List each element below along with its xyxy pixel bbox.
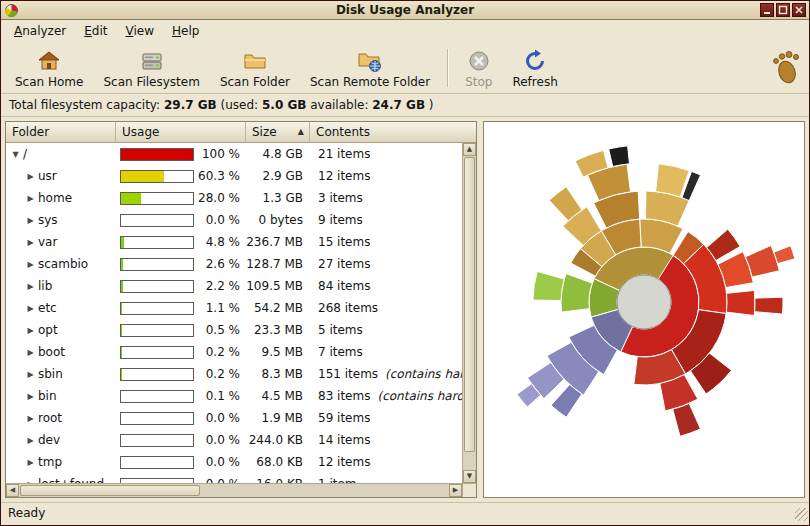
expander-closed-icon[interactable]: ▶ (23, 304, 38, 313)
folder-name: boot (38, 345, 65, 359)
menu-edit[interactable]: Edit (75, 21, 116, 41)
ring-chart[interactable] (484, 122, 804, 498)
scan-filesystem-button[interactable]: Scan Filesystem (93, 44, 209, 91)
expander-open-icon[interactable]: ▼ (8, 150, 23, 159)
expander-closed-icon[interactable]: ▶ (23, 436, 38, 445)
horizontal-scroll-track[interactable] (19, 484, 449, 497)
table-row[interactable]: ▶dev0.0 %244.0 KB14 items (6, 429, 462, 451)
table-row[interactable]: ▶sbin0.2 %8.3 MB151 items(contains hardl… (6, 363, 462, 385)
size-value: 1.3 GB (246, 187, 310, 209)
usage-percent: 1.1 % (194, 301, 240, 315)
ring-segment[interactable] (533, 271, 564, 300)
ring-segment[interactable] (774, 246, 795, 264)
contents-note: (contains hardlinks) (385, 367, 462, 381)
minimize-button[interactable] (760, 3, 774, 17)
usage-percent: 4.8 % (194, 235, 240, 249)
scroll-right-button[interactable]: ▶ (449, 484, 462, 497)
ring-segment[interactable] (673, 403, 701, 436)
folder-name: usr (38, 169, 57, 183)
usage-bar (120, 258, 194, 271)
maximize-button[interactable] (776, 3, 790, 17)
scroll-up-button[interactable]: ▲ (463, 143, 476, 156)
usage-percent: 0.0 % (194, 411, 240, 425)
size-value: 2.9 GB (246, 165, 310, 187)
refresh-button[interactable]: Refresh (502, 44, 567, 91)
size-value: 4.5 MB (246, 385, 310, 407)
table-row[interactable]: ▶opt0.5 %23.3 MB5 items (6, 319, 462, 341)
table-row[interactable]: ▶etc1.1 %54.2 MB268 items (6, 297, 462, 319)
scroll-down-button[interactable]: ▼ (463, 470, 476, 483)
table-row[interactable]: ▶var4.8 %236.7 MB15 items (6, 231, 462, 253)
column-header-contents[interactable]: Contents (310, 122, 476, 143)
expander-closed-icon[interactable]: ▶ (23, 392, 38, 401)
ring-segment[interactable] (745, 245, 779, 277)
column-header-size[interactable]: Size▲ (246, 122, 310, 143)
column-header-folder[interactable]: Folder (6, 122, 116, 143)
expander-closed-icon[interactable]: ▶ (23, 282, 38, 291)
vertical-scroll-thumb[interactable] (464, 157, 475, 452)
expander-closed-icon[interactable]: ▶ (23, 238, 38, 247)
table-row[interactable]: ▶root0.0 %1.9 MB59 items (6, 407, 462, 429)
expander-closed-icon[interactable]: ▶ (23, 260, 38, 269)
toolbar: Scan Home Scan Filesystem (1, 42, 809, 94)
scan-remote-folder-button[interactable]: Scan Remote Folder (300, 44, 440, 91)
folder-icon (243, 48, 267, 74)
usage-bar (120, 192, 194, 205)
horizontal-scroll-thumb[interactable] (20, 485, 200, 496)
usage-bar (120, 148, 194, 161)
ring-center[interactable] (617, 275, 671, 329)
contents-value: 12 items (318, 455, 370, 469)
table-row[interactable]: ▶lib2.2 %109.5 MB84 items (6, 275, 462, 297)
usage-bar (120, 280, 194, 293)
expander-closed-icon[interactable]: ▶ (23, 370, 38, 379)
scan-home-button[interactable]: Scan Home (5, 44, 93, 91)
table-row[interactable]: ▶bin0.1 %4.5 MB83 items(contains hardlin… (6, 385, 462, 407)
table-row[interactable]: ▶sys0.0 %0 bytes9 items (6, 209, 462, 231)
table-row[interactable]: ▶scambio2.6 %128.7 MB27 items (6, 253, 462, 275)
menu-help[interactable]: Help (163, 21, 208, 41)
vertical-scroll-track[interactable] (463, 156, 476, 470)
menu-view[interactable]: View (116, 21, 162, 41)
resize-grip-icon[interactable] (795, 508, 808, 521)
size-value: 23.3 MB (246, 319, 310, 341)
usage-bar (120, 302, 194, 315)
folder-name: dev (38, 433, 60, 447)
expander-closed-icon[interactable]: ▶ (23, 414, 38, 423)
stop-icon (467, 48, 491, 74)
home-icon (37, 48, 61, 74)
stop-button[interactable]: Stop (455, 44, 502, 91)
table-row[interactable]: ▶home28.0 %1.3 GB3 items (6, 187, 462, 209)
expander-closed-icon[interactable]: ▶ (23, 326, 38, 335)
vertical-scrollbar[interactable]: ▲ ▼ (462, 143, 476, 483)
menu-analyzer[interactable]: Analyzer (5, 21, 75, 41)
expander-closed-icon[interactable]: ▶ (23, 172, 38, 181)
size-value: 4.8 GB (246, 143, 310, 165)
folder-tree-pane: Folder Usage Size▲ Contents ▼/100 %4.8 G… (5, 121, 477, 498)
contents-value: 7 items (318, 345, 363, 359)
ring-segment[interactable] (726, 290, 755, 315)
expander-closed-icon[interactable]: ▶ (23, 194, 38, 203)
titlebar[interactable]: Disk Usage Analyzer (1, 1, 809, 20)
ring-segment[interactable] (609, 146, 630, 167)
table-row[interactable]: ▶boot0.2 %9.5 MB7 items (6, 341, 462, 363)
table-row[interactable]: ▶usr60.3 %2.9 GB12 items (6, 165, 462, 187)
usage-bar (120, 456, 194, 469)
table-row[interactable]: ▶tmp0.0 %68.0 KB12 items (6, 451, 462, 473)
ring-segment[interactable] (561, 274, 592, 313)
expander-closed-icon[interactable]: ▶ (23, 216, 38, 225)
column-header-usage[interactable]: Usage (116, 122, 246, 143)
expander-closed-icon[interactable]: ▶ (23, 458, 38, 467)
contents-value: 3 items (318, 191, 363, 205)
expander-closed-icon[interactable]: ▶ (23, 348, 38, 357)
scroll-left-button[interactable]: ◀ (6, 484, 19, 497)
size-value: 236.7 MB (246, 231, 310, 253)
close-button[interactable] (792, 3, 806, 17)
table-row[interactable]: ▶lost+found0.0 %16.0 KB1 item (6, 473, 462, 483)
ring-segment[interactable] (755, 297, 783, 314)
horizontal-scrollbar[interactable]: ◀ ▶ (6, 484, 462, 497)
used-value: 5.0 GB (262, 98, 306, 112)
scan-folder-button[interactable]: Scan Folder (210, 44, 300, 91)
table-row[interactable]: ▼/100 %4.8 GB21 items (6, 143, 462, 165)
toolbar-label: Scan Filesystem (103, 75, 199, 89)
contents-value: 5 items (318, 323, 363, 337)
